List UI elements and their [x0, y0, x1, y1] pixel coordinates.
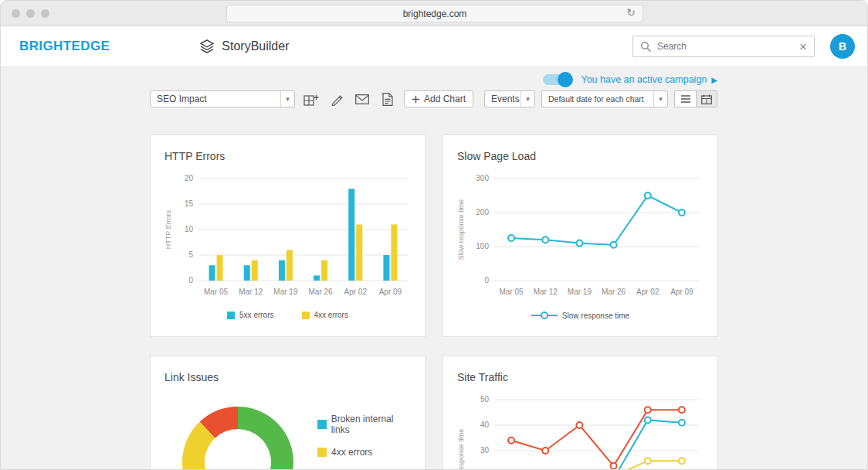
svg-text:50: 50 — [480, 395, 490, 404]
app-name: StoryBuilder — [222, 39, 289, 53]
chart-title: Site Traffic — [457, 371, 705, 383]
svg-text:Apr 02: Apr 02 — [636, 288, 659, 296]
events-select[interactable]: Events ▾ — [484, 90, 535, 107]
http-errors-legend: 5xx errors4xx errors — [163, 311, 412, 319]
slow-page-load-legend: Slow response time — [456, 311, 705, 320]
view-toggle — [674, 90, 717, 107]
date-range-value: Default date for each chart — [548, 94, 644, 104]
svg-text:5: 5 — [188, 250, 193, 259]
svg-text:Mar 12: Mar 12 — [239, 288, 263, 296]
storybuilder-title: StoryBuilder — [199, 39, 289, 54]
user-avatar[interactable]: B — [830, 34, 855, 59]
url-bar[interactable]: brightedge.com ↻ — [226, 5, 643, 22]
window-close-button[interactable] — [12, 9, 20, 18]
app-header: BRIGHTEDGE StoryBuilder × B — [1, 26, 867, 67]
site-traffic-card: Site Traffic 20304050Mar 05Mar 12Mar 19M… — [442, 356, 718, 470]
chart-title: Slow Page Load — [457, 150, 705, 162]
svg-text:Mar 19: Mar 19 — [568, 288, 592, 296]
svg-text:100: 100 — [476, 242, 489, 250]
campaign-label: You have an active campaign — [581, 74, 707, 85]
layers-icon — [199, 39, 215, 54]
chart-title: HTTP Errors — [164, 150, 412, 162]
legend-item: 4xx errors — [317, 447, 372, 458]
window-controls — [12, 9, 49, 18]
events-select-value: Events — [491, 94, 520, 104]
svg-text:200: 200 — [476, 208, 489, 216]
campaign-arrow-icon: ▶ — [711, 76, 717, 84]
calendar-view-icon — [701, 94, 712, 104]
svg-text:Mar 26: Mar 26 — [602, 288, 626, 296]
search-icon — [640, 41, 652, 53]
slow-page-load-card: Slow Page Load 0100200300Mar 05Mar 12Mar… — [442, 135, 718, 337]
http-errors-card: HTTP Errors 05101520Mar 05Mar 12Mar 19Ma… — [150, 135, 426, 337]
dashboard-select[interactable]: SEO Impact ▾ — [150, 90, 295, 107]
reload-icon[interactable]: ↻ — [626, 6, 636, 19]
add-chart-button[interactable]: Add Chart — [404, 90, 473, 107]
brightedge-logo[interactable]: BRIGHTEDGE — [19, 39, 110, 54]
svg-text:300: 300 — [476, 174, 489, 182]
browser-window: brightedge.com ↻ BRIGHTEDGE StoryBuilder… — [0, 0, 868, 470]
legend-item: Slow response time — [531, 311, 629, 320]
svg-text:15: 15 — [185, 199, 194, 208]
slow-page-load-chart: 0100200300Mar 05Mar 12Mar 19Mar 26Apr 02… — [456, 166, 705, 310]
svg-text:Mar 05: Mar 05 — [500, 288, 524, 296]
svg-text:40: 40 — [480, 421, 490, 429]
svg-text:0: 0 — [484, 276, 489, 284]
svg-text:Slow response time: Slow response time — [457, 199, 465, 261]
svg-text:HTTP Errors: HTTP Errors — [164, 209, 172, 249]
toolbar-right: Events ▾ Default date for each chart ▾ — [484, 90, 717, 107]
legend-item: Broken internal links — [317, 414, 412, 435]
add-chart-label: Add Chart — [424, 94, 466, 104]
campaign-banner: You have an active campaign ▶ — [543, 74, 717, 85]
email-icon[interactable] — [353, 91, 371, 107]
list-view-button[interactable] — [675, 91, 696, 107]
link-issues-legend: Broken internal links4xx errorsToo many … — [317, 414, 412, 470]
grid-add-icon[interactable] — [302, 91, 320, 107]
svg-text:0: 0 — [188, 276, 193, 284]
url-text: brightedge.com — [403, 9, 467, 19]
http-errors-chart: 05101520Mar 05Mar 12Mar 19Mar 26Apr 02Ap… — [163, 166, 412, 310]
edit-pencil-icon[interactable] — [327, 91, 346, 107]
legend-item: 5xx errors — [227, 311, 273, 319]
clear-search-icon[interactable]: × — [799, 40, 807, 53]
toolbar: SEO Impact ▾ — [150, 90, 717, 107]
campaign-toggle[interactable] — [543, 74, 572, 85]
window-zoom-button[interactable] — [41, 9, 49, 18]
link-issues-chart — [172, 397, 303, 470]
svg-text:Apr 09: Apr 09 — [379, 288, 402, 296]
caret-down-icon: ▾ — [520, 91, 534, 107]
svg-text:Mar 26: Mar 26 — [309, 288, 334, 296]
plus-icon — [412, 95, 420, 104]
pdf-export-icon[interactable] — [378, 91, 397, 107]
campaign-link[interactable]: You have an active campaign ▶ — [581, 74, 717, 85]
window-minimize-button[interactable] — [26, 9, 35, 18]
svg-text:Apr 09: Apr 09 — [670, 288, 693, 296]
browser-titlebar: brightedge.com ↻ — [1, 1, 867, 26]
chart-title: Link Issues — [164, 371, 412, 383]
header-right: × B — [632, 34, 855, 59]
charts-grid: HTTP Errors 05101520Mar 05Mar 12Mar 19Ma… — [150, 135, 718, 470]
calendar-view-button[interactable] — [696, 91, 717, 107]
caret-down-icon: ▾ — [280, 91, 294, 107]
svg-text:response time: response time — [457, 429, 465, 470]
legend-item: 4xx errors — [302, 311, 348, 319]
link-issues-card: Link Issues Broken internal links4xx err… — [150, 356, 426, 470]
svg-text:10: 10 — [185, 225, 194, 233]
svg-text:Mar 12: Mar 12 — [534, 288, 558, 296]
pie-row: Broken internal links4xx errorsToo many … — [163, 387, 412, 470]
svg-text:Apr 02: Apr 02 — [344, 288, 368, 296]
dashboard-content: You have an active campaign ▶ SEO Impact… — [1, 67, 867, 469]
svg-text:Mar 19: Mar 19 — [273, 288, 298, 296]
search-input[interactable] — [657, 41, 799, 52]
date-range-select[interactable]: Default date for each chart ▾ — [541, 90, 668, 107]
search-box[interactable]: × — [632, 36, 815, 57]
dashboard-select-value: SEO Impact — [157, 94, 207, 104]
caret-down-icon: ▾ — [653, 91, 667, 107]
site-traffic-chart: 20304050Mar 05Mar 12Mar 19Mar 26Apr 02Ap… — [456, 387, 705, 470]
svg-text:20: 20 — [185, 174, 194, 182]
svg-text:30: 30 — [480, 446, 490, 455]
svg-text:Mar 05: Mar 05 — [204, 288, 229, 296]
toggle-knob — [558, 72, 573, 87]
list-view-icon — [680, 94, 691, 104]
